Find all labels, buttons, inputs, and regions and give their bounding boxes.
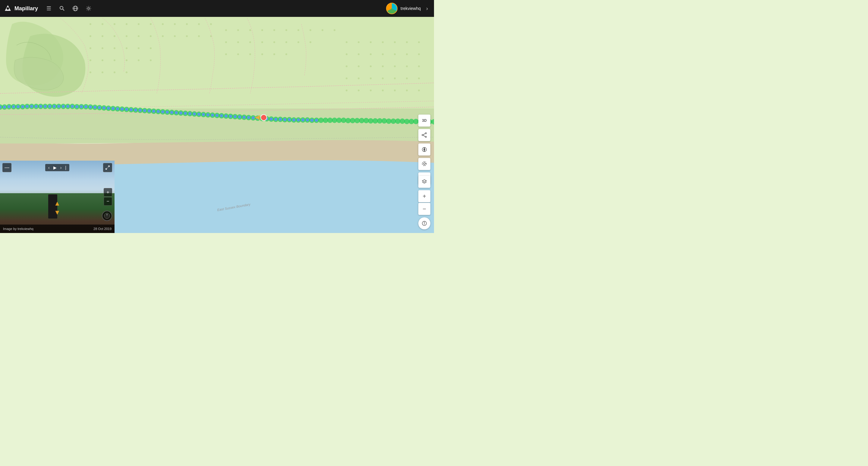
svg-point-205 <box>39 105 42 108</box>
svg-point-256 <box>270 118 273 121</box>
svg-point-201 <box>21 105 24 108</box>
photo-compass[interactable] <box>102 211 112 221</box>
arrow-down[interactable]: ▼ <box>54 209 61 216</box>
svg-point-8 <box>162 23 164 25</box>
svg-point-96 <box>394 90 396 91</box>
svg-point-91 <box>418 77 420 79</box>
user-avatar[interactable] <box>386 3 398 14</box>
zoom-out-button[interactable]: − <box>418 203 430 215</box>
svg-point-206 <box>44 105 47 108</box>
svg-point-218 <box>98 106 101 109</box>
svg-point-42 <box>249 29 251 31</box>
svg-point-22 <box>198 35 200 37</box>
svg-point-87 <box>370 77 372 79</box>
svg-point-86 <box>358 77 360 79</box>
globe-button[interactable] <box>69 2 82 14</box>
svg-point-14 <box>101 35 103 37</box>
svg-point-75 <box>394 53 396 55</box>
svg-point-234 <box>170 111 173 114</box>
svg-point-290 <box>424 222 424 222</box>
svg-point-18 <box>150 35 152 37</box>
minimize-button[interactable]: — <box>2 163 11 172</box>
svg-point-15 <box>114 35 116 37</box>
location-button[interactable] <box>418 158 430 170</box>
svg-point-215 <box>84 105 87 108</box>
photo-zoom-in[interactable]: + <box>104 188 112 196</box>
3d-toggle-button[interactable]: 3D <box>418 115 430 127</box>
svg-line-280 <box>423 133 425 135</box>
svg-point-245 <box>220 114 223 117</box>
svg-point-74 <box>382 53 384 55</box>
svg-point-209 <box>57 105 60 108</box>
play-button[interactable]: ▶ <box>52 164 58 170</box>
arrow-up[interactable]: ▲ <box>54 199 61 207</box>
svg-point-25 <box>101 47 103 49</box>
svg-point-62 <box>273 53 275 55</box>
zoom-in-button[interactable]: + <box>418 190 430 202</box>
zoom-controls: + − <box>418 190 430 215</box>
svg-point-248 <box>234 115 237 118</box>
svg-point-48 <box>321 29 323 31</box>
svg-point-208 <box>53 105 56 108</box>
svg-point-19 <box>162 35 164 37</box>
svg-point-77 <box>418 53 420 55</box>
svg-point-71 <box>346 53 347 55</box>
svg-point-202 <box>26 105 29 108</box>
svg-marker-283 <box>424 148 425 150</box>
svg-point-262 <box>297 119 300 122</box>
svg-point-9 <box>174 23 176 25</box>
info-button[interactable] <box>418 217 430 229</box>
svg-point-13 <box>90 35 91 37</box>
svg-point-277 <box>425 133 427 134</box>
svg-point-261 <box>292 119 296 122</box>
svg-point-30 <box>90 59 91 61</box>
svg-point-212 <box>71 105 74 108</box>
svg-point-260 <box>288 118 291 121</box>
svg-point-17 <box>138 35 140 37</box>
svg-point-60 <box>249 53 251 55</box>
svg-point-246 <box>224 115 227 118</box>
svg-point-44 <box>273 29 275 31</box>
username-label: trekviewhq <box>401 6 421 11</box>
search-button[interactable] <box>56 2 68 14</box>
svg-point-39 <box>126 71 127 73</box>
svg-point-230 <box>152 110 155 113</box>
menu-button[interactable]: ☰ <box>43 2 55 14</box>
nav-collapse-button[interactable]: › <box>424 3 430 14</box>
compass-button[interactable] <box>418 144 430 156</box>
svg-point-226 <box>134 108 137 112</box>
layers-button[interactable] <box>418 176 430 188</box>
svg-point-33 <box>126 59 127 61</box>
svg-point-221 <box>112 107 115 110</box>
svg-point-237 <box>184 112 187 115</box>
svg-point-28 <box>138 47 140 49</box>
svg-point-67 <box>382 41 384 43</box>
svg-line-281 <box>423 135 425 136</box>
svg-point-285 <box>424 163 425 164</box>
settings-button[interactable] <box>83 2 95 14</box>
nav-icons: ☰ <box>43 2 95 14</box>
svg-point-12 <box>210 23 212 25</box>
svg-point-250 <box>243 116 246 119</box>
photo-zoom-out[interactable]: − <box>104 197 112 206</box>
svg-point-295 <box>106 215 108 217</box>
svg-point-54 <box>273 41 275 43</box>
svg-point-276 <box>88 7 90 9</box>
prev-button[interactable]: ‹ <box>47 164 51 170</box>
svg-point-247 <box>229 115 232 118</box>
next-button[interactable]: › <box>59 164 63 170</box>
svg-point-268 <box>261 115 267 121</box>
share-button[interactable] <box>418 129 430 141</box>
svg-point-94 <box>370 90 372 91</box>
user-area: trekviewhq › <box>386 3 430 14</box>
svg-point-38 <box>114 71 116 73</box>
svg-point-229 <box>148 110 151 113</box>
svg-point-217 <box>93 106 96 109</box>
logo-area[interactable]: Mapillary <box>4 4 38 13</box>
svg-point-6 <box>138 23 140 25</box>
svg-point-72 <box>358 53 360 55</box>
svg-point-82 <box>394 65 396 67</box>
svg-point-69 <box>406 41 408 43</box>
expand-button[interactable] <box>103 163 112 172</box>
right-map-controls: 3D ••• <box>418 115 430 184</box>
